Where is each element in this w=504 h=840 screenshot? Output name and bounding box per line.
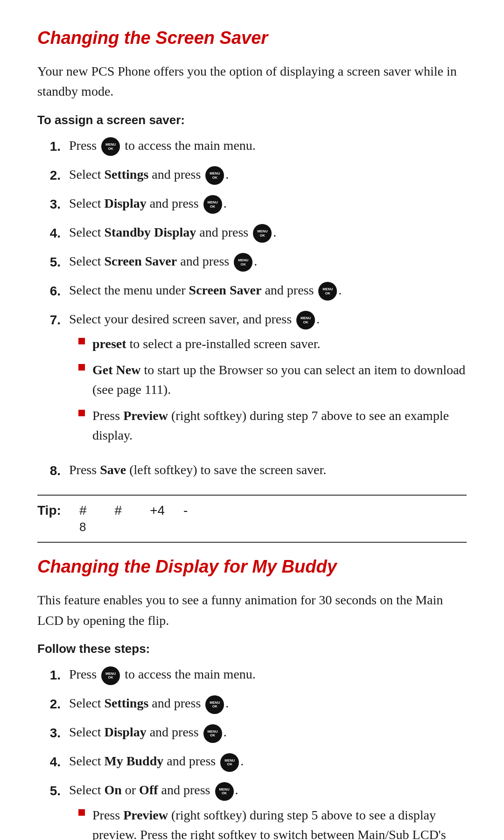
s2-step-5: 5. Select On or Off and press . Press Pr… [37, 780, 467, 840]
menu-ok-icon-s2-1 [101, 666, 120, 685]
s2-step-3: 3. Select Display and press . [37, 722, 467, 743]
step-4-num: 4. [37, 223, 61, 243]
step-1-num: 1. [37, 136, 61, 156]
section1-steps: 1. Press to access the main menu. 2. Sel… [37, 136, 467, 481]
step-4: 4. Select Standby Display and press . [37, 223, 467, 243]
step-6: 6. Select the menu under Screen Saver an… [37, 280, 467, 301]
s2-step-3-content: Select Display and press . [69, 722, 467, 743]
bullet-icon-3 [78, 410, 85, 416]
bullet-preview-text: Press Preview (right softkey) during ste… [92, 406, 467, 445]
tip-number: 8 [37, 520, 467, 534]
tip-col2: # [115, 503, 122, 518]
step-2: 2. Select Settings and press . [37, 165, 467, 185]
menu-ok-icon-s2-3 [203, 724, 222, 743]
s2-bullet-icon-1 [78, 809, 85, 816]
step-1: 1. Press to access the main menu. [37, 136, 467, 156]
step-3-content: Select Display and press . [69, 194, 467, 214]
section1-intro: Your new PCS Phone offers you the option… [37, 61, 467, 102]
menu-ok-icon-s2-5 [215, 782, 234, 801]
step-7: 7. Select your desired screen saver, and… [37, 309, 467, 452]
step-2-num: 2. [37, 165, 61, 185]
section1-subheading: To assign a screen saver: [37, 113, 467, 127]
s2-step-2-content: Select Settings and press . [69, 693, 467, 714]
s2-step-5-num: 5. [37, 780, 61, 801]
bullet-preset: preset to select a pre-installed screen … [78, 334, 467, 354]
s2-step-1-content: Press to access the main menu. [69, 665, 467, 685]
step-8-num: 8. [37, 460, 61, 481]
menu-ok-icon-5 [234, 253, 252, 272]
bullet-getnew-text: Get New to start up the Browser so you c… [92, 360, 467, 399]
s2-step-4: 4. Select My Buddy and press . [37, 751, 467, 772]
s2-step-4-content: Select My Buddy and press . [69, 751, 467, 772]
menu-ok-icon-7 [296, 311, 315, 329]
tip-box: Tip: # # +4 - 8 [37, 495, 467, 543]
section2-title: Changing the Display for My Buddy [37, 557, 467, 577]
step-4-content: Select Standby Display and press . [69, 223, 467, 243]
tip-label: Tip: [37, 503, 79, 518]
tip-col4: - [183, 503, 188, 518]
section2-intro: This feature enables you to see a funny … [37, 590, 467, 630]
step-3-num: 3. [37, 194, 61, 214]
tip-col3: +4 [150, 503, 165, 518]
step-7-num: 7. [37, 309, 61, 330]
section-my-buddy: Changing the Display for My Buddy This f… [37, 557, 467, 840]
bullet-preview: Press Preview (right softkey) during ste… [78, 406, 467, 445]
step-6-num: 6. [37, 280, 61, 301]
bullet-icon-1 [78, 338, 85, 344]
s2-step-4-num: 4. [37, 751, 61, 772]
s2-bullet-preview-text: Press Preview (right softkey) during ste… [92, 805, 467, 840]
step-6-content: Select the menu under Screen Saver and p… [69, 280, 467, 301]
step-5-content: Select Screen Saver and press . [69, 252, 467, 272]
menu-ok-icon-s2-2 [205, 695, 224, 714]
menu-ok-icon-4 [253, 224, 272, 243]
section1-title: Changing the Screen Saver [37, 28, 467, 48]
bullet-icon-2 [78, 364, 85, 371]
step5-bullets: Press Preview (right softkey) during ste… [78, 805, 467, 840]
step7-bullets: preset to select a pre-installed screen … [78, 334, 467, 445]
step-5-num: 5. [37, 252, 61, 272]
s2-step-1-num: 1. [37, 665, 61, 685]
step-8-content: Press Save (left softkey) to save the sc… [69, 460, 467, 480]
s2-bullet-preview: Press Preview (right softkey) during ste… [78, 805, 467, 840]
step-2-content: Select Settings and press . [69, 165, 467, 185]
tip-row: Tip: # # +4 - [37, 503, 467, 518]
menu-ok-icon-2 [205, 166, 224, 185]
s2-step-3-num: 3. [37, 722, 61, 743]
step-5: 5. Select Screen Saver and press . [37, 252, 467, 272]
menu-ok-icon-1 [101, 137, 120, 156]
bullet-getnew: Get New to start up the Browser so you c… [78, 360, 467, 399]
section2-steps: 1. Press to access the main menu. 2. Sel… [37, 665, 467, 840]
step-3: 3. Select Display and press . [37, 194, 467, 214]
menu-ok-icon-6 [318, 282, 337, 301]
step-1-content: Press to access the main menu. [69, 136, 467, 156]
s2-step-2: 2. Select Settings and press . [37, 693, 467, 714]
step-7-content: Select your desired screen saver, and pr… [69, 309, 467, 452]
bullet-preset-text: preset to select a pre-installed screen … [92, 334, 321, 354]
section2-subheading: Follow these steps: [37, 642, 467, 656]
s2-step-5-content: Select On or Off and press . Press Previ… [69, 780, 467, 840]
menu-ok-icon-s2-4 [220, 753, 239, 772]
section-screen-saver: Changing the Screen Saver Your new PCS P… [37, 28, 467, 543]
s2-step-1: 1. Press to access the main menu. [37, 665, 467, 685]
tip-col1: # [79, 503, 87, 518]
s2-step-2-num: 2. [37, 693, 61, 714]
menu-ok-icon-3 [203, 195, 222, 214]
step-8: 8. Press Save (left softkey) to save the… [37, 460, 467, 481]
